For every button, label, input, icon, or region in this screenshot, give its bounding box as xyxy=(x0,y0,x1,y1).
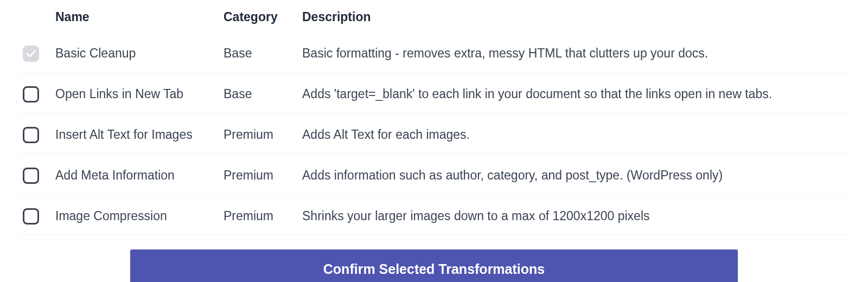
row-checkbox[interactable] xyxy=(23,86,39,102)
table-row: Open Links in New Tab Base Adds 'target=… xyxy=(16,76,852,112)
row-name: Insert Alt Text for Images xyxy=(55,126,224,143)
row-checkbox[interactable] xyxy=(23,208,39,225)
transformations-table: Name Category Description Basic Cleanup … xyxy=(16,0,852,234)
col-header-category: Category xyxy=(224,10,302,24)
table-row: Image Compression Premium Shrinks your l… xyxy=(16,198,852,234)
col-header-description: Description xyxy=(302,10,845,24)
check-icon xyxy=(26,50,36,57)
row-name: Add Meta Information xyxy=(55,167,224,184)
row-name: Open Links in New Tab xyxy=(55,86,224,102)
row-checkbox[interactable] xyxy=(23,127,39,143)
row-name: Basic Cleanup xyxy=(55,45,224,62)
table-header-row: Name Category Description xyxy=(16,0,852,35)
checkbox-cell xyxy=(23,86,55,102)
row-category: Premium xyxy=(224,126,302,143)
confirm-button[interactable]: Confirm Selected Transformations xyxy=(130,249,738,282)
checkbox-cell xyxy=(23,127,55,143)
row-category: Premium xyxy=(224,167,302,184)
checkbox-cell xyxy=(23,46,55,62)
col-header-name: Name xyxy=(55,10,224,24)
row-category: Premium xyxy=(224,208,302,225)
row-description: Adds 'target=_blank' to each link in you… xyxy=(302,86,845,102)
row-description: Shrinks your larger images down to a max… xyxy=(302,208,845,225)
transformations-panel: Name Category Description Basic Cleanup … xyxy=(11,0,857,282)
row-description: Basic formatting - removes extra, messy … xyxy=(302,45,845,62)
row-description: Adds information such as author, categor… xyxy=(302,167,845,184)
row-checkbox xyxy=(23,46,39,62)
confirm-wrap: Confirm Selected Transformations xyxy=(16,249,852,282)
row-checkbox[interactable] xyxy=(23,168,39,184)
row-category: Base xyxy=(224,86,302,102)
row-description: Adds Alt Text for each images. xyxy=(302,126,845,143)
checkbox-cell xyxy=(23,168,55,184)
table-row: Insert Alt Text for Images Premium Adds … xyxy=(16,117,852,153)
row-category: Base xyxy=(224,45,302,62)
table-row: Basic Cleanup Base Basic formatting - re… xyxy=(16,35,852,72)
table-row: Add Meta Information Premium Adds inform… xyxy=(16,157,852,194)
row-name: Image Compression xyxy=(55,208,224,225)
checkbox-cell xyxy=(23,208,55,225)
